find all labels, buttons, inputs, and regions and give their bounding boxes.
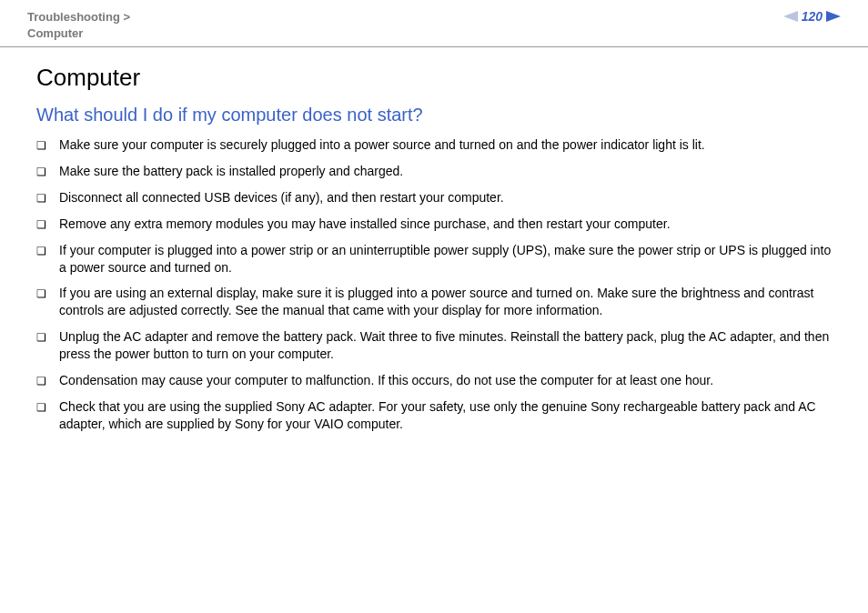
list-item: ❏ Unplug the AC adapter and remove the b…: [36, 328, 832, 363]
checkbox-bullet-icon: ❏: [36, 330, 46, 345]
list-item-text: Remove any extra memory modules you may …: [59, 216, 832, 233]
page-title: Computer: [36, 64, 832, 92]
checkbox-bullet-icon: ❏: [36, 400, 46, 415]
checklist: ❏ Make sure your computer is securely pl…: [36, 136, 832, 433]
list-item-text: If you are using an external display, ma…: [59, 285, 832, 319]
checkbox-bullet-icon: ❏: [36, 244, 46, 258]
list-item: ❏ Condensation may cause your computer t…: [36, 372, 832, 389]
prev-page-icon[interactable]: [783, 11, 798, 22]
page-header: Troubleshooting > Computer 120: [0, 0, 868, 47]
breadcrumb[interactable]: Troubleshooting > Computer: [27, 9, 130, 41]
list-item-text: If your computer is plugged into a power…: [59, 242, 832, 276]
checkbox-bullet-icon: ❏: [36, 374, 46, 388]
list-item: ❏ Check that you are using the supplied …: [36, 398, 832, 433]
breadcrumb-line-1: Troubleshooting >: [27, 9, 130, 25]
content-area: Computer What should I do if my computer…: [0, 47, 868, 460]
checkbox-bullet-icon: ❏: [36, 165, 46, 179]
checkbox-bullet-icon: ❏: [36, 191, 46, 206]
list-item-text: Make sure the battery pack is installed …: [59, 163, 832, 180]
next-page-icon[interactable]: [826, 11, 841, 22]
list-item: ❏ If you are using an external display, …: [36, 285, 832, 319]
breadcrumb-line-2: Computer: [27, 25, 130, 42]
list-item-text: Check that you are using the supplied So…: [59, 398, 832, 433]
svg-marker-0: [783, 11, 798, 22]
list-item: ❏ If your computer is plugged into a pow…: [36, 242, 832, 276]
list-item: ❏ Remove any extra memory modules you ma…: [36, 216, 832, 233]
checkbox-bullet-icon: ❏: [36, 138, 46, 153]
svg-marker-1: [826, 11, 841, 22]
list-item-text: Disconnect all connected USB devices (if…: [59, 189, 832, 206]
checkbox-bullet-icon: ❏: [36, 217, 46, 232]
page-navigation: 120: [783, 9, 841, 24]
page-number: 120: [802, 9, 823, 24]
list-item: ❏ Disconnect all connected USB devices (…: [36, 189, 832, 206]
section-heading: What should I do if my computer does not…: [36, 105, 832, 126]
list-item: ❏ Make sure your computer is securely pl…: [36, 136, 832, 154]
list-item-text: Make sure your computer is securely plug…: [59, 136, 832, 154]
checkbox-bullet-icon: ❏: [36, 286, 46, 301]
list-item: ❏ Make sure the battery pack is installe…: [36, 163, 832, 180]
list-item-text: Unplug the AC adapter and remove the bat…: [59, 328, 832, 363]
list-item-text: Condensation may cause your computer to …: [59, 372, 832, 389]
